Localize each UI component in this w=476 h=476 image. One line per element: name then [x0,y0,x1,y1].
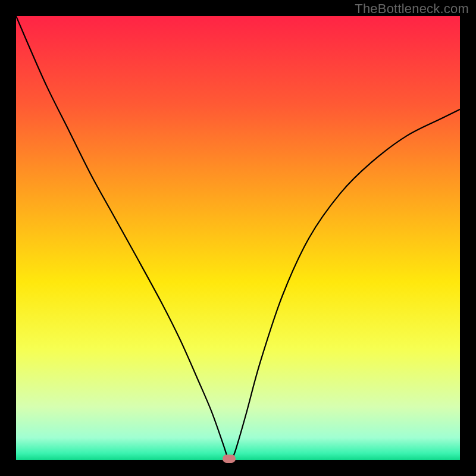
optimum-marker [223,455,236,463]
watermark-text: TheBottleneck.com [355,1,469,17]
plot-svg [16,16,460,460]
chart-frame: TheBottleneck.com [0,0,476,476]
gradient-background [16,16,460,460]
plot-area [16,16,460,460]
